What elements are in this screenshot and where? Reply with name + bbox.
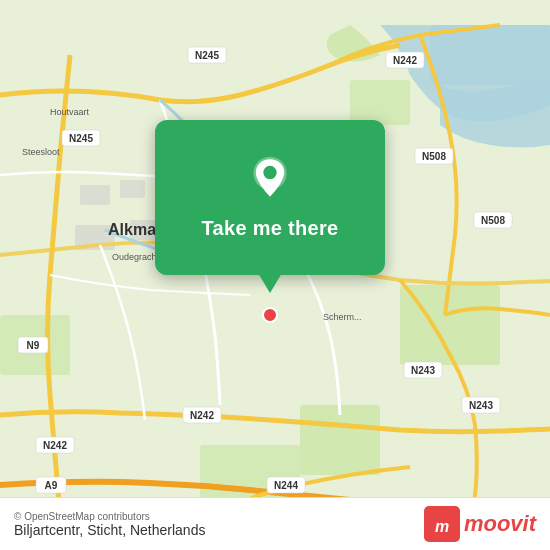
bottom-bar: © OpenStreetMap contributors Biljartcent… [0, 497, 550, 550]
location-pin-icon [245, 155, 295, 205]
svg-point-40 [263, 308, 277, 322]
svg-text:N508: N508 [422, 151, 446, 162]
map-container: N245 N245 N242 N508 N508 N9 N242 N242 N2… [0, 0, 550, 550]
svg-rect-1 [350, 80, 410, 125]
svg-text:N244: N244 [274, 480, 298, 491]
svg-text:N245: N245 [69, 133, 93, 144]
svg-rect-3 [300, 405, 380, 475]
svg-rect-6 [80, 185, 110, 205]
location-name: Biljartcentr, Sticht, Netherlands [14, 522, 205, 538]
svg-text:N243: N243 [469, 400, 493, 411]
popup-card[interactable]: Take me there [155, 120, 385, 275]
svg-text:Houtvaart: Houtvaart [50, 107, 90, 117]
svg-text:N508: N508 [481, 215, 505, 226]
svg-text:m: m [435, 518, 449, 535]
svg-text:N242: N242 [43, 440, 67, 451]
moovit-brand-text: moovit [464, 511, 536, 537]
svg-point-42 [263, 166, 276, 179]
svg-rect-0 [430, 25, 550, 85]
svg-text:N245: N245 [195, 50, 219, 61]
svg-text:N243: N243 [411, 365, 435, 376]
svg-text:Scherm...: Scherm... [323, 312, 362, 322]
moovit-logo: m moovit [424, 506, 536, 542]
svg-text:N9: N9 [27, 340, 40, 351]
svg-text:N242: N242 [190, 410, 214, 421]
svg-rect-7 [120, 180, 145, 198]
moovit-brand-icon: m [424, 506, 460, 542]
svg-text:N242: N242 [393, 55, 417, 66]
svg-text:Steesloot: Steesloot [22, 147, 60, 157]
take-me-there-button[interactable]: Take me there [202, 217, 339, 240]
copyright-text: © OpenStreetMap contributors [14, 511, 205, 522]
bottom-info: © OpenStreetMap contributors Biljartcent… [14, 511, 205, 538]
svg-text:Oudegracht: Oudegracht [112, 252, 160, 262]
svg-text:A9: A9 [45, 480, 58, 491]
